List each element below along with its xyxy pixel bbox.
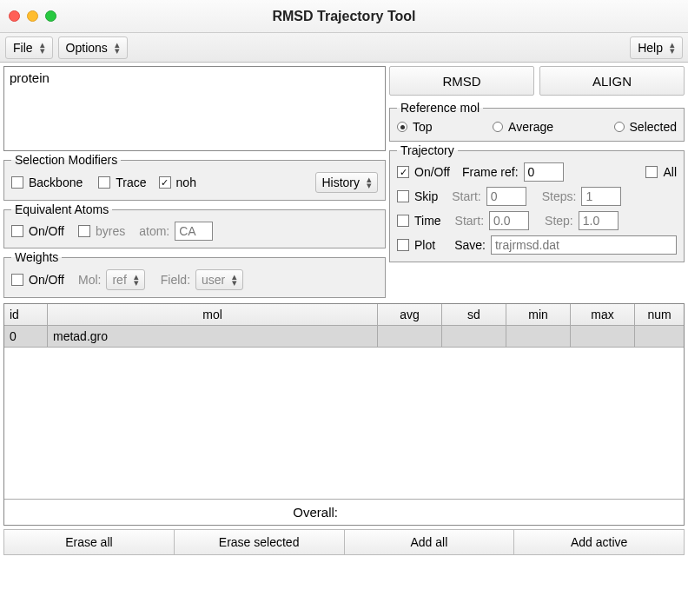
erase-all-button[interactable]: Erase all	[3, 529, 175, 555]
traj-step-input[interactable]	[579, 211, 619, 230]
weights-mol-combo[interactable]: ref ▴▾	[106, 269, 144, 290]
weights-fieldset: Weights On/Off Mol: ref ▴▾ Field: user ▴…	[3, 250, 386, 298]
stepper-icon: ▴▾	[134, 274, 139, 286]
th-num[interactable]: num	[635, 304, 684, 325]
th-mol[interactable]: mol	[48, 304, 378, 325]
traj-start-label: Start:	[452, 189, 480, 203]
th-id[interactable]: id	[4, 304, 48, 325]
bottom-button-bar: Erase all Erase selected Add all Add act…	[3, 529, 685, 555]
traj-time-start-label: Start:	[455, 214, 484, 228]
erase-all-label: Erase all	[65, 535, 112, 549]
backbone-checkbox[interactable]	[11, 176, 23, 189]
traj-onoff-checkbox[interactable]	[397, 166, 409, 178]
traj-skip-label: Skip	[414, 189, 438, 203]
equiv-onoff-checkbox[interactable]	[11, 225, 23, 237]
weights-mol-label: Mol:	[78, 273, 101, 287]
selection-textarea[interactable]	[3, 66, 386, 151]
menubar: File ▴▾ Options ▴▾ Help ▴▾	[0, 33, 688, 63]
frame-ref-label: Frame ref:	[462, 165, 519, 179]
table-body: 0 metad.gro	[4, 326, 684, 499]
equiv-byres-checkbox[interactable]	[78, 225, 90, 237]
refmol-selected-radio[interactable]	[614, 122, 625, 132]
refmol-top-label: Top	[413, 120, 433, 134]
refmol-average-label: Average	[508, 120, 553, 134]
traj-plot-checkbox[interactable]	[397, 239, 409, 251]
traj-time-checkbox[interactable]	[397, 215, 409, 227]
th-sd[interactable]: sd	[442, 304, 506, 325]
history-combo[interactable]: History ▴▾	[315, 172, 378, 193]
traj-all-label: All	[663, 165, 677, 179]
rmsd-button[interactable]: RMSD	[389, 66, 534, 96]
menu-options[interactable]: Options ▴▾	[58, 36, 128, 59]
erase-selected-button[interactable]: Erase selected	[175, 529, 345, 555]
table-header: id mol avg sd min max num	[4, 304, 684, 326]
menu-file-label: File	[13, 41, 33, 55]
trace-checkbox[interactable]	[98, 176, 110, 189]
traj-skip-checkbox[interactable]	[397, 190, 409, 202]
traj-all-checkbox[interactable]	[645, 166, 658, 178]
td-num	[635, 326, 684, 347]
frame-ref-input[interactable]	[524, 162, 564, 182]
td-avg	[378, 326, 442, 347]
traj-time-label: Time	[414, 214, 441, 228]
weights-field-combo[interactable]: user ▴▾	[195, 269, 243, 290]
stepper-icon: ▴▾	[232, 274, 237, 286]
weights-onoff-checkbox[interactable]	[11, 274, 23, 286]
selection-modifiers-fieldset: Selection Modifiers Backbone Trace noh H…	[3, 153, 386, 201]
traj-steps-input[interactable]	[581, 187, 621, 206]
stepper-icon: ▴▾	[40, 42, 45, 54]
backbone-label: Backbone	[29, 176, 83, 189]
trace-label: Trace	[116, 176, 146, 189]
overall-label: Overall:	[293, 505, 338, 520]
refmol-top-radio[interactable]	[397, 122, 407, 132]
traj-plot-label: Plot	[414, 238, 435, 252]
menu-file[interactable]: File ▴▾	[5, 36, 53, 59]
window-title: RMSD Trajectory Tool	[0, 9, 688, 24]
reference-mol-legend: Reference mol	[397, 101, 483, 115]
th-min[interactable]: min	[506, 304, 571, 325]
noh-label: noh	[176, 176, 196, 189]
menu-help-label: Help	[638, 41, 663, 55]
td-min	[506, 326, 571, 347]
equivalent-atoms-fieldset: Equivalent Atoms On/Off byres atom:	[3, 202, 386, 248]
traj-onoff-label: On/Off	[414, 165, 450, 179]
equiv-onoff-label: On/Off	[29, 224, 64, 238]
add-all-button[interactable]: Add all	[345, 529, 515, 555]
add-active-button[interactable]: Add active	[514, 529, 685, 555]
align-button-label: ALIGN	[592, 74, 632, 89]
stepper-icon: ▴▾	[367, 176, 372, 189]
add-all-label: Add all	[410, 535, 447, 549]
align-button[interactable]: ALIGN	[539, 66, 685, 96]
table-row[interactable]: 0 metad.gro	[4, 326, 684, 348]
table-footer: Overall:	[4, 499, 684, 525]
td-max	[571, 326, 635, 347]
traj-save-input[interactable]	[491, 235, 677, 255]
weights-field-value: user	[202, 273, 225, 287]
refmol-average-radio[interactable]	[493, 122, 503, 132]
equiv-atom-label: atom:	[139, 224, 169, 238]
th-avg[interactable]: avg	[378, 304, 442, 325]
equiv-atom-input[interactable]	[175, 222, 213, 241]
traj-steps-label: Steps:	[542, 189, 577, 203]
erase-selected-label: Erase selected	[219, 535, 300, 549]
weights-mol-value: ref	[112, 273, 126, 287]
add-active-label: Add active	[571, 535, 627, 549]
traj-time-start-input[interactable]	[489, 211, 529, 230]
history-combo-label: History	[321, 176, 360, 189]
rmsd-button-label: RMSD	[442, 74, 480, 89]
traj-step-label: Step:	[545, 214, 573, 228]
titlebar: RMSD Trajectory Tool	[0, 0, 688, 33]
equivalent-atoms-legend: Equivalent Atoms	[11, 202, 112, 216]
weights-onoff-label: On/Off	[29, 273, 64, 287]
stepper-icon: ▴▾	[670, 42, 675, 54]
equiv-byres-label: byres	[96, 224, 125, 238]
th-max[interactable]: max	[571, 304, 635, 325]
menu-help[interactable]: Help ▴▾	[630, 36, 683, 59]
selection-modifiers-legend: Selection Modifiers	[11, 153, 121, 167]
results-table: id mol avg sd min max num 0 metad.gro Ov…	[3, 303, 685, 526]
trajectory-fieldset: Trajectory On/Off Frame ref: All Skip St…	[389, 143, 685, 262]
traj-start-input[interactable]	[486, 187, 526, 206]
td-sd	[442, 326, 506, 347]
weights-field-label: Field:	[161, 273, 190, 287]
noh-checkbox[interactable]	[159, 176, 171, 189]
